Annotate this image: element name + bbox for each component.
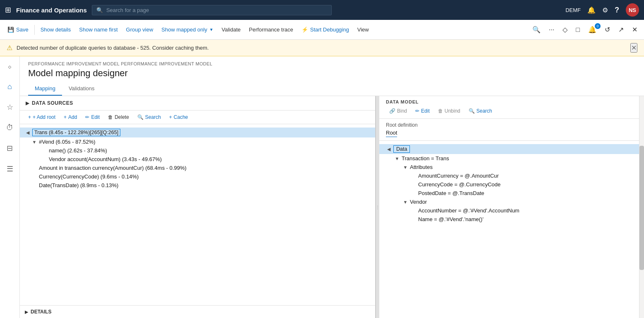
dm-label-data: Data xyxy=(393,145,410,153)
bind-button[interactable]: 🔗 Bind xyxy=(386,107,410,115)
toolbar-separator-1 xyxy=(34,25,35,35)
dm-node-amount-currency[interactable]: AmountCurrency = @.AmountCur xyxy=(379,171,644,180)
dm-node-attributes[interactable]: ▼ Attributes xyxy=(379,163,644,171)
cache-icon: + xyxy=(169,114,172,120)
show-name-button[interactable]: Show name first xyxy=(75,20,122,39)
node-label-date: Date(TransDate) (8.9ms - 0.13%) xyxy=(39,182,118,188)
cache-button[interactable]: + Cache xyxy=(166,113,192,121)
sidebar-recent-icon[interactable]: ⏱ xyxy=(4,121,16,135)
dm-node-name[interactable]: Name = @.'#Vend'.'name()' xyxy=(379,215,644,224)
tree-node-trans[interactable]: ◀ Trans (8.45s - 122.28%)[265][Q:265] xyxy=(20,128,375,137)
node-label-vend: #Vend (6.05s - 87.52%) xyxy=(39,139,96,145)
search-icon: 🔍 xyxy=(96,7,103,13)
sidebar-filter-icon[interactable]: ⬦ xyxy=(5,60,14,73)
dm-node-account-number[interactable]: AccountNumber = @.'#Vend'.AccountNum xyxy=(379,206,644,215)
dm-label-attributes: Attributes xyxy=(410,164,433,170)
left-sidebar: ⬦ ⌂ ☆ ⏱ ⊟ ☰ xyxy=(0,56,20,318)
sidebar-home-icon[interactable]: ⌂ xyxy=(5,80,14,94)
warning-icon: ⚠ xyxy=(7,44,12,52)
drag-handle[interactable]: ⋮ xyxy=(376,96,379,318)
ds-collapse-icon[interactable]: ▶ xyxy=(25,99,30,107)
ds-search-icon: 🔍 xyxy=(137,114,144,120)
dm-node-posted-date[interactable]: PostedDate = @.TransDate xyxy=(379,189,644,198)
more-options-icon[interactable]: ··· xyxy=(546,24,558,35)
tab-validations[interactable]: Validations xyxy=(62,82,101,96)
debug-icon: ⚡ xyxy=(302,26,308,33)
view-button[interactable]: View xyxy=(353,20,373,39)
dm-edit-button[interactable]: ✏ Edit xyxy=(412,107,433,115)
ds-search-button[interactable]: 🔍 Search xyxy=(134,113,164,121)
save-icon: 💾 xyxy=(7,26,14,33)
search-placeholder: Search for a page xyxy=(106,7,149,13)
dropdown-arrow-icon: ▼ xyxy=(209,27,213,32)
scroll-thumb xyxy=(639,146,644,270)
dm-label-currency-code: CurrencyCode = @.CurrencyCode xyxy=(418,181,500,188)
diamond-icon[interactable]: ◇ xyxy=(559,24,571,35)
performance-trace-button[interactable]: Performance trace xyxy=(245,20,297,39)
save-button[interactable]: 💾 Save xyxy=(3,20,33,39)
dm-label-name: Name = @.'#Vend'.'name()' xyxy=(418,216,484,222)
help-icon[interactable]: ? xyxy=(615,6,619,14)
toggle-icon: ▼ xyxy=(402,200,408,205)
toggle-icon: ▼ xyxy=(31,140,37,145)
node-label-name: name() (2.62s - 37.84%) xyxy=(49,147,107,154)
tree-node-date[interactable]: Date(TransDate) (8.9ms - 0.13%) xyxy=(20,181,375,190)
sidebar-list-icon[interactable]: ☰ xyxy=(4,162,16,176)
tree-node-amount[interactable]: Amount in transaction currency(AmountCur… xyxy=(20,164,375,172)
right-scrollbar[interactable] xyxy=(639,96,644,318)
data-sources-panel: ▶ DATA SOURCES + + Add root + Add ✏ xyxy=(20,96,376,318)
details-toggle-icon[interactable]: ▶ xyxy=(25,310,28,314)
close-icon[interactable]: ✕ xyxy=(629,24,641,35)
add-button[interactable]: + Add xyxy=(60,113,80,121)
dm-node-data[interactable]: ◀ Data xyxy=(379,144,644,154)
validate-button[interactable]: Validate xyxy=(218,20,245,39)
toggle-icon: ▼ xyxy=(394,156,400,161)
node-label-vendor-account: Vendor account(AccountNum) (3.43s - 49.6… xyxy=(49,156,162,162)
dm-node-transaction[interactable]: ▼ Transaction = Trans xyxy=(379,154,644,163)
group-view-button[interactable]: Group view xyxy=(122,20,158,39)
search-toolbar-icon[interactable]: 🔍 xyxy=(529,24,544,35)
notifications-icon[interactable]: 🔔 xyxy=(587,6,596,14)
split-panel: ▶ DATA SOURCES + + Add root + Add ✏ xyxy=(20,96,644,318)
warning-close-button[interactable]: ✕ xyxy=(630,43,637,53)
add-icon: + xyxy=(64,114,67,120)
external-link-icon[interactable]: ↗ xyxy=(615,24,627,35)
show-details-button[interactable]: Show details xyxy=(36,20,75,39)
page-title: Model mapping designer xyxy=(28,68,636,79)
dm-node-vendor[interactable]: ▼ Vendor xyxy=(379,198,644,206)
tree-node-name[interactable]: name() (2.62s - 37.84%) xyxy=(20,146,375,155)
toggle-icon: ▼ xyxy=(402,165,408,170)
data-sources-title: DATA SOURCES xyxy=(32,100,73,106)
bind-icon: 🔗 xyxy=(389,108,395,114)
sidebar-workspaces-icon[interactable]: ⊟ xyxy=(4,141,15,155)
global-search-bar[interactable]: 🔍 Search for a page xyxy=(92,5,332,15)
toolbar-right-icons: 🔍 ··· ◇ □ 🔔 0 ↺ ↗ ✕ xyxy=(529,24,641,35)
badge-button[interactable]: 🔔 0 xyxy=(585,24,600,35)
warning-bar: ⚠ Detected number of duplicate queries t… xyxy=(0,40,644,56)
root-definition-value: Root xyxy=(386,130,397,137)
page-tabs: Mapping Validations xyxy=(28,82,636,96)
reload-icon[interactable]: ↺ xyxy=(601,24,613,35)
tree-node-vend[interactable]: ▼ #Vend (6.05s - 87.52%) xyxy=(20,137,375,146)
data-model-tree: ◀ Data ▼ Transaction = Trans ▼ Attribute… xyxy=(379,141,644,318)
add-root-button[interactable]: + + Add root xyxy=(25,113,59,121)
tab-mapping[interactable]: Mapping xyxy=(28,82,62,96)
dm-label-vendor: Vendor xyxy=(410,199,427,205)
data-model-header: DATA MODEL 🔗 Bind ✏ Edit 🗑 Unbind xyxy=(379,96,644,119)
start-debugging-button[interactable]: ⚡ Start Debugging xyxy=(297,20,353,39)
warning-message: Detected number of duplicate queries to … xyxy=(17,45,209,51)
tree-node-vendor-account[interactable]: Vendor account(AccountNum) (3.43s - 49.6… xyxy=(20,155,375,164)
show-mapped-button[interactable]: Show mapped only ▼ xyxy=(157,20,217,39)
unbind-button[interactable]: 🗑 Unbind xyxy=(435,107,464,115)
sidebar-favorites-icon[interactable]: ☆ xyxy=(4,100,16,114)
user-avatar[interactable]: NS xyxy=(626,3,639,17)
content-area: PERFORMANCE IMPROVEMENT MODEL PERFORMANC… xyxy=(20,56,644,318)
dm-node-currency-code[interactable]: CurrencyCode = @.CurrencyCode xyxy=(379,180,644,189)
extension-icon[interactable]: □ xyxy=(572,24,583,35)
tree-node-currency[interactable]: Currency(CurrencyCode) (9.6ms - 0.14%) xyxy=(20,172,375,181)
app-grid-icon[interactable]: ⊞ xyxy=(5,5,11,14)
edit-button[interactable]: ✏ Edit xyxy=(82,113,103,121)
settings-icon[interactable]: ⚙ xyxy=(602,6,608,14)
dm-search-button[interactable]: 🔍 Search xyxy=(465,107,496,115)
delete-button[interactable]: 🗑 Delete xyxy=(105,113,132,121)
